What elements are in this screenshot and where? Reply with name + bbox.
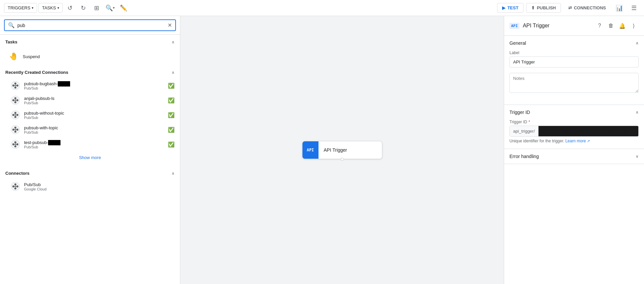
conn-name-2: pubsub-without-topic bbox=[24, 111, 164, 116]
label-field-label: Label bbox=[509, 50, 639, 55]
conn-type-3: Pub/Sub bbox=[24, 130, 164, 134]
zoom-button[interactable]: 🔍 ▾ bbox=[104, 2, 116, 14]
error-handling-section-title: Error handling bbox=[509, 154, 539, 159]
main-layout: 🔍 ✕ Tasks ∧ 🤚 Suspend Re bbox=[0, 16, 644, 284]
trigger-id-section: Trigger ID ∧ Trigger ID * api_trigger/ █… bbox=[504, 105, 644, 149]
connector-info-pubsub: Pub/Sub Google Cloud bbox=[24, 182, 175, 191]
conn-info-0: pubsub-bugbash-████ Pub/Sub bbox=[24, 81, 164, 90]
connector-pubsub-item[interactable]: Pub/Sub Google Cloud bbox=[0, 179, 180, 194]
bookmark-icon: 🔔 bbox=[619, 23, 626, 29]
triggers-caret-icon: ▾ bbox=[32, 6, 33, 10]
conn-status-icon-3: ✅ bbox=[168, 127, 175, 133]
tasks-section-header[interactable]: Tasks ∧ bbox=[0, 35, 180, 48]
learn-more-link[interactable]: Learn more ↗ bbox=[565, 139, 590, 143]
notes-field-group bbox=[509, 73, 639, 94]
tasks-label: TASKS bbox=[42, 5, 56, 10]
connectors-section-header[interactable]: Connectors ∧ bbox=[0, 166, 180, 179]
pubsub-icon-3 bbox=[11, 125, 20, 134]
publish-label: PUBLISH bbox=[537, 5, 556, 10]
conn-item-0[interactable]: pubsub-bugbash-████ Pub/Sub ✅ bbox=[0, 78, 180, 93]
svg-point-22 bbox=[14, 127, 16, 129]
layout-button[interactable]: ⊞ bbox=[91, 2, 103, 14]
conn-item-4[interactable]: test-pubsub-████ Pub/Sub ✅ bbox=[0, 137, 180, 152]
trigger-id-body: Trigger ID * api_trigger/ ██████████████… bbox=[504, 120, 644, 149]
conn-status-icon-2: ✅ bbox=[168, 112, 175, 118]
clear-search-button[interactable]: ✕ bbox=[168, 22, 172, 28]
api-trigger-node[interactable]: API API Trigger bbox=[302, 141, 382, 159]
tasks-section-caret-icon: ∧ bbox=[172, 40, 175, 44]
label-field-group: Label bbox=[509, 50, 639, 67]
expand-button[interactable]: ⟩ bbox=[629, 21, 639, 31]
svg-point-31 bbox=[12, 143, 14, 145]
search-input[interactable] bbox=[17, 23, 165, 28]
conn-type-1: Pub/Sub bbox=[24, 101, 164, 105]
analytics-icon: 📊 bbox=[616, 4, 623, 12]
general-section-body: Label bbox=[504, 50, 644, 105]
show-more-link[interactable]: Show more bbox=[0, 152, 180, 163]
hamburger-icon: ☰ bbox=[631, 4, 637, 12]
recently-created-section-header[interactable]: Recently Created Connections ∧ bbox=[0, 65, 180, 78]
redo-icon: ↻ bbox=[81, 4, 86, 12]
help-button[interactable]: ? bbox=[595, 21, 605, 31]
conn-info-4: test-pubsub-████ Pub/Sub bbox=[24, 140, 164, 149]
suspend-task-item[interactable]: 🤚 Suspend bbox=[0, 48, 180, 65]
conn-name-0: pubsub-bugbash-████ bbox=[24, 81, 164, 86]
svg-point-9 bbox=[14, 101, 16, 103]
bookmark-button[interactable]: 🔔 bbox=[617, 21, 627, 31]
svg-point-1 bbox=[14, 83, 16, 85]
api-trigger-node-badge: API bbox=[307, 148, 314, 152]
pubsub-icon-1 bbox=[11, 96, 20, 105]
general-section: General ∧ Label bbox=[504, 36, 644, 105]
redo-button[interactable]: ↻ bbox=[77, 2, 89, 14]
trigger-id-value[interactable]: ████████████████████████████ bbox=[539, 126, 638, 136]
pubsub-icon-0 bbox=[11, 81, 20, 90]
general-section-caret-icon: ∧ bbox=[636, 41, 639, 45]
svg-point-4 bbox=[16, 85, 18, 87]
triggers-button[interactable]: TRIGGERS ▾ bbox=[4, 3, 37, 13]
tasks-button[interactable]: TASKS ▾ bbox=[38, 3, 63, 13]
menu-button[interactable]: ☰ bbox=[628, 2, 640, 14]
toolbar-right: ▶ TEST ⬆ PUBLISH ⇄ CONNECTIONS 📊 ☰ bbox=[497, 2, 640, 14]
zoom-caret-icon: ▾ bbox=[113, 6, 115, 10]
test-label: TEST bbox=[507, 5, 518, 10]
edit-button[interactable]: ✏️ bbox=[118, 2, 130, 14]
svg-point-15 bbox=[14, 112, 16, 114]
test-play-icon: ▶ bbox=[502, 5, 505, 10]
conn-item-1[interactable]: anjali-pubsub-ls Pub/Sub ✅ bbox=[0, 93, 180, 108]
connector-subtitle-pubsub: Google Cloud bbox=[24, 187, 175, 191]
conn-item-3[interactable]: pubsub-with-topic Pub/Sub ✅ bbox=[0, 122, 180, 137]
conn-type-0: Pub/Sub bbox=[24, 86, 164, 90]
conn-item-2[interactable]: pubsub-without-topic Pub/Sub ✅ bbox=[0, 108, 180, 122]
conn-name-4: test-pubsub-████ bbox=[24, 140, 164, 145]
general-section-header[interactable]: General ∧ bbox=[504, 36, 644, 50]
error-handling-section-header[interactable]: Error handling ∨ bbox=[504, 149, 644, 164]
search-icon: 🔍 bbox=[8, 22, 15, 28]
publish-button[interactable]: ⬆ PUBLISH bbox=[526, 3, 561, 13]
undo-icon: ↺ bbox=[67, 4, 72, 12]
connections-button[interactable]: ⇄ CONNECTIONS bbox=[564, 3, 611, 12]
right-panel-header: API API Trigger ? 🗑 🔔 ⟩ bbox=[504, 16, 644, 36]
clear-icon: ✕ bbox=[168, 22, 172, 28]
delete-button[interactable]: 🗑 bbox=[606, 21, 616, 31]
recently-created-section-title: Recently Created Connections bbox=[5, 70, 68, 75]
triggers-label: TRIGGERS bbox=[8, 5, 30, 10]
svg-point-37 bbox=[14, 187, 16, 189]
svg-point-16 bbox=[14, 116, 16, 118]
conn-name-1: anjali-pubsub-ls bbox=[24, 96, 164, 101]
conn-status-icon-1: ✅ bbox=[168, 97, 175, 104]
label-field-input[interactable] bbox=[509, 56, 639, 67]
undo-button[interactable]: ↺ bbox=[64, 2, 76, 14]
svg-point-30 bbox=[14, 145, 16, 147]
test-button[interactable]: ▶ TEST bbox=[497, 3, 523, 13]
delete-icon: 🗑 bbox=[608, 23, 614, 29]
trigger-id-section-header[interactable]: Trigger ID ∧ bbox=[504, 105, 644, 120]
trigger-id-section-title: Trigger ID bbox=[509, 110, 530, 115]
notes-field-textarea[interactable] bbox=[509, 73, 639, 93]
error-handling-section: Error handling ∨ bbox=[504, 149, 644, 164]
toolbar: TRIGGERS ▾ TASKS ▾ ↺ ↻ ⊞ 🔍 ▾ ✏️ ▶ TEST ⬆ bbox=[0, 0, 644, 16]
analytics-button[interactable]: 📊 bbox=[613, 2, 625, 14]
svg-point-24 bbox=[12, 129, 14, 131]
suspend-task-label: Suspend bbox=[23, 54, 40, 59]
svg-point-3 bbox=[12, 85, 14, 87]
zoom-icon: 🔍 bbox=[105, 4, 113, 12]
